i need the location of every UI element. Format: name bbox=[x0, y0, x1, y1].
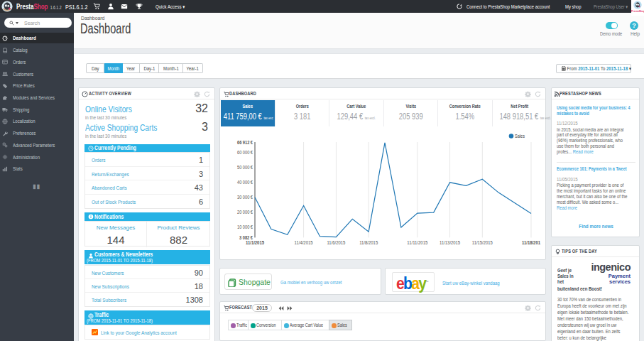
svg-text:11/4/2015: 11/4/2015 bbox=[295, 240, 313, 245]
svg-text:11/18/201: 11/18/201 bbox=[522, 240, 540, 245]
svg-text:Sales: Sales bbox=[515, 134, 525, 139]
svg-text:11/1/2015: 11/1/2015 bbox=[246, 240, 264, 245]
svg-text:11/6/2015: 11/6/2015 bbox=[327, 240, 345, 245]
svg-text:60 000 €: 60 000 € bbox=[237, 150, 253, 155]
svg-text:11/11/2015: 11/11/2015 bbox=[407, 240, 427, 245]
svg-text:11/13/2015: 11/13/2015 bbox=[440, 240, 460, 245]
svg-text:66 912 €: 66 912 € bbox=[237, 140, 253, 145]
svg-text:11/15/2015: 11/15/2015 bbox=[472, 240, 493, 245]
svg-text:20 000 €: 20 000 € bbox=[237, 210, 253, 215]
svg-text:30 000 €: 30 000 € bbox=[237, 195, 253, 200]
svg-text:3 082 €: 3 082 € bbox=[239, 235, 253, 240]
svg-text:40 000 €: 40 000 € bbox=[237, 180, 253, 185]
svg-text:10 000 €: 10 000 € bbox=[237, 224, 253, 229]
svg-text:11/8/2015: 11/8/2015 bbox=[359, 240, 378, 245]
svg-text:50 000 €: 50 000 € bbox=[237, 165, 253, 170]
